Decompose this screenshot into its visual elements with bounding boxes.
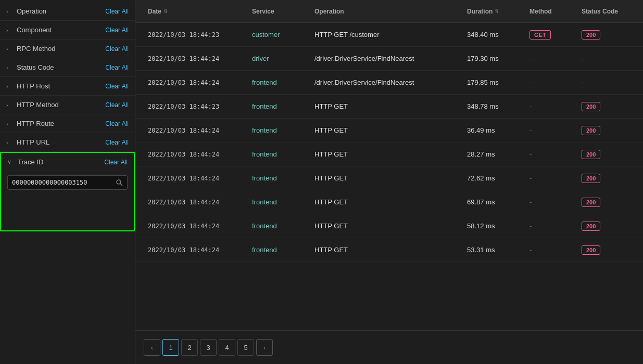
- filter-header-http-method[interactable]: ›HTTP MethodClear All: [0, 96, 135, 114]
- pagination-page-1-button[interactable]: 1: [162, 339, 179, 356]
- clear-all-button-http-host[interactable]: Clear All: [105, 83, 129, 90]
- table-row[interactable]: 2022/10/03 18:44:24frontendHTTP GET69.87…: [135, 190, 643, 214]
- table-row[interactable]: 2022/10/03 18:44:24driver/driver.DriverS…: [135, 47, 643, 71]
- filter-header-component[interactable]: ›ComponentClear All: [0, 21, 135, 39]
- filter-header-trace-id[interactable]: ∨Trace IDClear All: [1, 153, 134, 171]
- pagination-page-4-button[interactable]: 4: [219, 339, 235, 356]
- method-dash: -: [529, 246, 532, 254]
- filter-header-operation[interactable]: ›OperationClear All: [0, 2, 135, 20]
- filter-section-status-code: ›Status CodeClear All: [0, 58, 135, 77]
- svg-point-0: [117, 180, 121, 184]
- clear-all-button-operation[interactable]: Clear All: [105, 8, 129, 15]
- trace-id-input[interactable]: [8, 176, 111, 189]
- main-content: Date⇅ServiceOperationDuration⇅MethodStat…: [135, 0, 643, 364]
- table-row[interactable]: 2022/10/03 18:44:24frontendHTTP GET72.62…: [135, 166, 643, 190]
- cell-service: driver: [248, 49, 310, 68]
- filter-section-trace-id: ∨Trace IDClear All: [0, 152, 135, 231]
- clear-all-button-http-url[interactable]: Clear All: [105, 139, 129, 146]
- chevron-right-icon: ›: [6, 83, 12, 89]
- filter-label-rpc-method: RPC Method: [17, 45, 55, 53]
- cell-method: -: [525, 193, 577, 211]
- cell-operation: HTTP GET: [310, 193, 463, 211]
- cell-operation: HTTP GET /customer: [310, 25, 463, 44]
- pagination-next-button[interactable]: ›: [256, 339, 273, 356]
- pagination-page-3-button[interactable]: 3: [200, 339, 217, 356]
- filter-section-http-host: ›HTTP HostClear All: [0, 77, 135, 96]
- clear-all-button-http-method[interactable]: Clear All: [105, 101, 129, 109]
- filter-header-rpc-method[interactable]: ›RPC MethodClear All: [0, 40, 135, 58]
- cell-date: 2022/10/03 18:44:23: [144, 26, 248, 44]
- filter-section-http-route: ›HTTP RouteClear All: [0, 114, 135, 133]
- cell-date: 2022/10/03 18:44:24: [144, 74, 248, 92]
- method-dash: -: [529, 102, 532, 110]
- table-row[interactable]: 2022/10/03 18:44:23customerHTTP GET /cus…: [135, 23, 643, 47]
- clear-all-button-rpc-method[interactable]: Clear All: [105, 45, 129, 53]
- clear-all-button-trace-id[interactable]: Clear All: [104, 159, 128, 166]
- clear-all-button-http-route[interactable]: Clear All: [105, 120, 129, 127]
- cell-date: 2022/10/03 18:44:23: [144, 98, 248, 115]
- filter-header-http-host[interactable]: ›HTTP HostClear All: [0, 77, 135, 95]
- cell-method: -: [525, 217, 577, 235]
- cell-status-code: 200: [577, 145, 635, 164]
- cell-duration: 53.31 ms: [463, 241, 525, 259]
- clear-all-button-component[interactable]: Clear All: [105, 27, 129, 34]
- cell-operation: HTTP GET: [310, 145, 463, 163]
- chevron-right-icon: ›: [6, 139, 12, 146]
- trace-id-search-button[interactable]: [111, 177, 127, 188]
- clear-all-button-status-code[interactable]: Clear All: [105, 64, 129, 71]
- cell-status-code: 200: [577, 121, 635, 140]
- status-badge: 200: [582, 198, 600, 207]
- table-row[interactable]: 2022/10/03 18:44:24frontendHTTP GET36.49…: [135, 119, 643, 142]
- filter-label-http-route: HTTP Route: [17, 120, 54, 127]
- filter-section-http-url: ›HTTP URLClear All: [0, 133, 135, 152]
- cell-date: 2022/10/03 18:44:24: [144, 217, 248, 235]
- cell-service: frontend: [248, 121, 310, 139]
- column-label-service: Service: [252, 8, 274, 15]
- filter-section-http-method: ›HTTP MethodClear All: [0, 96, 135, 114]
- filter-label-component: Component: [17, 26, 52, 34]
- cell-method: -: [525, 121, 577, 139]
- sort-icon-date: ⇅: [163, 9, 168, 14]
- column-header-duration[interactable]: Duration⇅: [463, 2, 525, 21]
- cell-method: -: [525, 145, 577, 163]
- method-dash: -: [529, 126, 532, 134]
- status-badge: 200: [582, 30, 600, 40]
- method-dash: -: [529, 198, 532, 206]
- column-label-status_code: Status Code: [582, 8, 618, 15]
- table-row[interactable]: 2022/10/03 18:44:24frontendHTTP GET28.27…: [135, 142, 643, 166]
- sort-icon-duration: ⇅: [495, 9, 499, 14]
- chevron-right-icon: ›: [6, 27, 12, 33]
- cell-date: 2022/10/03 18:44:24: [144, 170, 248, 187]
- method-dash: -: [529, 174, 532, 182]
- pagination-prev-button[interactable]: ‹: [144, 339, 160, 356]
- column-header-method: Method: [525, 2, 577, 21]
- table-row[interactable]: 2022/10/03 18:44:23frontendHTTP GET348.7…: [135, 95, 643, 119]
- filter-header-http-route[interactable]: ›HTTP RouteClear All: [0, 114, 135, 133]
- column-label-date: Date: [148, 8, 161, 15]
- method-badge: GET: [529, 30, 551, 40]
- trace-id-input-row: [7, 175, 128, 190]
- filter-section-component: ›ComponentClear All: [0, 21, 135, 40]
- filter-label-http-url: HTTP URL: [17, 138, 49, 146]
- trace-id-content: [1, 171, 134, 230]
- filter-section-rpc-method: ›RPC MethodClear All: [0, 40, 135, 58]
- cell-status-code: 200: [577, 168, 635, 188]
- table-header: Date⇅ServiceOperationDuration⇅MethodStat…: [135, 0, 643, 23]
- cell-service: frontend: [248, 145, 310, 163]
- filter-header-status-code[interactable]: ›Status CodeClear All: [0, 58, 135, 76]
- method-dash: -: [529, 150, 532, 158]
- pagination-page-2-button[interactable]: 2: [181, 339, 198, 356]
- cell-duration: 72.62 ms: [463, 169, 525, 187]
- table-row[interactable]: 2022/10/03 18:44:24frontend/driver.Drive…: [135, 71, 643, 95]
- table-row[interactable]: 2022/10/03 18:44:24frontendHTTP GET58.12…: [135, 214, 643, 238]
- trace-id-results: [7, 193, 128, 224]
- filter-header-http-url[interactable]: ›HTTP URLClear All: [0, 133, 135, 151]
- cell-duration: 69.87 ms: [463, 193, 525, 211]
- table-row[interactable]: 2022/10/03 18:44:24frontendHTTP GET53.31…: [135, 238, 643, 262]
- cell-duration: 28.27 ms: [463, 145, 525, 163]
- column-header-date[interactable]: Date⇅: [144, 2, 248, 21]
- column-header-status_code: Status Code: [577, 2, 635, 21]
- sidebar: ›OperationClear All›ComponentClear All›R…: [0, 0, 135, 364]
- status-badge: 200: [582, 245, 600, 255]
- pagination-page-5-button[interactable]: 5: [237, 339, 254, 356]
